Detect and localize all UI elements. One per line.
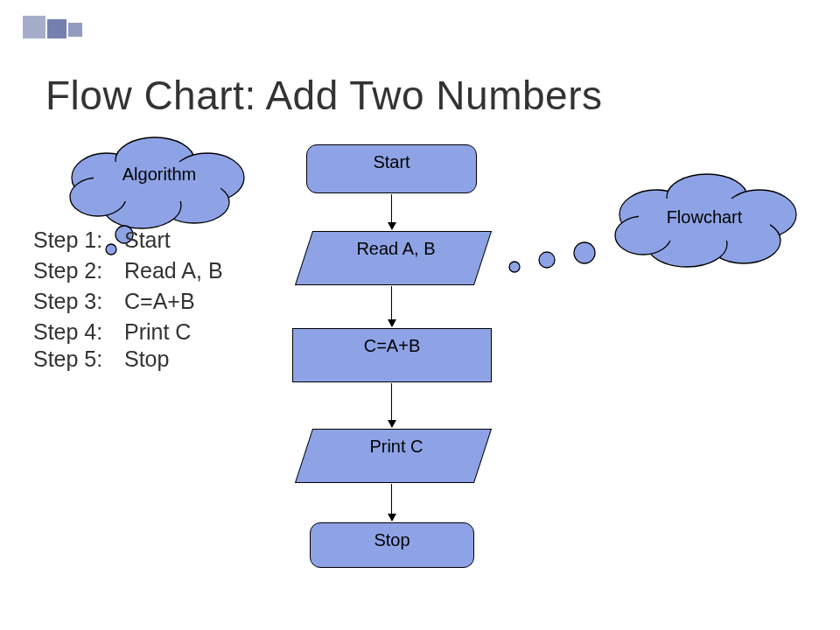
slide: Flow Chart: Add Two Numbers Algorithm (0, 0, 840, 630)
flow-start-label: Start (373, 152, 410, 172)
step-text: Stop (124, 346, 169, 372)
step-row: Step 1: Start (33, 228, 223, 253)
step-label: Step 3: (33, 289, 124, 314)
svg-point-18 (574, 242, 595, 263)
flow-arrow (391, 383, 392, 427)
svg-point-17 (539, 252, 555, 268)
step-text: C=A+B (124, 289, 195, 314)
flow-io-read: Read A, B (295, 231, 492, 285)
step-row: Step 4: Print C (33, 319, 223, 345)
flow-arrow (391, 484, 392, 521)
step-label: Step 2: (33, 258, 124, 284)
slide-title: Flow Chart: Add Two Numbers (46, 72, 602, 119)
algorithm-cloud-label: Algorithm (122, 164, 196, 185)
flow-print-label: Print C (369, 437, 423, 457)
algorithm-steps: Step 1: Start Step 2: Read A, B Step 3: … (33, 228, 223, 377)
step-text: Start (124, 228, 171, 253)
flowchart-area: Start Read A, B C=A+B Print C Stop (271, 144, 534, 617)
step-label: Step 5: (33, 346, 124, 372)
step-label: Step 4: (33, 319, 124, 345)
flow-arrow (391, 194, 392, 229)
flowchart-cloud-label: Flowchart (667, 206, 743, 227)
flow-process-label: C=A+B (364, 336, 420, 356)
step-row: Step 2: Read A, B (33, 258, 223, 284)
flow-arrow (391, 286, 392, 326)
flow-terminal-start: Start (306, 144, 477, 193)
flow-process: C=A+B (292, 328, 492, 382)
flow-io-print: Print C (295, 429, 492, 483)
step-row: Step 5: Stop (33, 346, 223, 372)
algorithm-cloud: Algorithm (63, 134, 256, 230)
step-row: Step 3: C=A+B (33, 289, 223, 314)
flow-stop-label: Stop (374, 530, 410, 550)
flowchart-cloud: Flowchart (604, 171, 805, 276)
flow-terminal-stop: Stop (310, 522, 474, 568)
flow-read-label: Read A, B (357, 239, 436, 259)
step-label: Step 1: (33, 228, 124, 253)
step-text: Read A, B (124, 258, 223, 284)
step-text: Print C (124, 319, 191, 345)
